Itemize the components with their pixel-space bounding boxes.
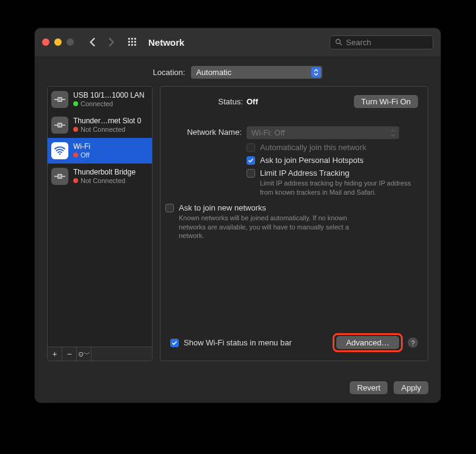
add-interface-button[interactable]: +: [48, 347, 62, 361]
network-name-select[interactable]: Wi-Fi: Off: [247, 126, 399, 139]
status-value: Off: [247, 97, 258, 106]
network-prefs-window: Network Search Location: Automatic USB 1…: [35, 28, 441, 403]
auto-join-checkbox: [247, 143, 255, 152]
window-title: Network: [148, 37, 184, 48]
interfaces-sidebar: USB 10/1…1000 LAN Connected Thunder…rnet…: [47, 86, 153, 361]
advanced-button[interactable]: Advanced…: [336, 336, 399, 349]
svg-rect-3: [128, 41, 130, 43]
ethernet-icon: [51, 117, 68, 134]
svg-rect-8: [134, 44, 136, 46]
titlebar: Network Search: [35, 28, 441, 56]
search-icon: [335, 38, 342, 46]
limit-ip-help: Limit IP address tracking by hiding your…: [260, 179, 418, 197]
auto-join-label: Automatically join this network: [260, 143, 366, 152]
location-value: Automatic: [196, 68, 231, 77]
help-button[interactable]: ?: [408, 337, 418, 348]
back-button[interactable]: [88, 38, 97, 46]
interface-actions-button[interactable]: ⊙﹀: [77, 347, 92, 361]
svg-line-10: [340, 43, 342, 45]
sidebar-item-label: Thunderbolt Bridge: [73, 168, 135, 176]
sidebar-item-usb-lan[interactable]: USB 10/1…1000 LAN Connected: [48, 87, 152, 112]
nav-arrows: [88, 38, 115, 46]
zoom-icon[interactable]: [67, 38, 74, 46]
show-menubar-checkbox[interactable]: [170, 339, 179, 347]
ask-new-label: Ask to join new networks: [179, 203, 266, 212]
status-dot-icon: [73, 101, 78, 106]
svg-rect-0: [128, 38, 130, 40]
advanced-highlight: Advanced…: [333, 333, 403, 352]
personal-hotspot-label: Ask to join Personal Hotspots: [260, 156, 364, 165]
svg-rect-4: [131, 41, 133, 43]
updown-icon: [311, 67, 321, 77]
show-all-icon[interactable]: [128, 37, 137, 47]
search-input[interactable]: Search: [330, 35, 433, 49]
location-select[interactable]: Automatic: [191, 66, 322, 79]
close-icon[interactable]: [42, 38, 49, 46]
forward-button[interactable]: [107, 38, 115, 46]
sidebar-item-thunderbolt-bridge[interactable]: Thunderbolt Bridge Not Connected: [48, 164, 152, 189]
personal-hotspot-checkbox[interactable]: [247, 156, 255, 165]
svg-rect-5: [134, 41, 136, 43]
svg-rect-7: [131, 44, 133, 46]
svg-point-11: [59, 153, 60, 154]
svg-rect-6: [128, 44, 130, 46]
sidebar-item-wifi[interactable]: Wi-Fi Off: [48, 138, 152, 164]
network-name-value: Wi-Fi: Off: [251, 128, 285, 137]
ethernet-icon: [51, 91, 68, 108]
status-dot-icon: [73, 178, 78, 183]
limit-ip-label: Limit IP Address Tracking: [260, 168, 349, 178]
turn-wifi-on-button[interactable]: Turn Wi-Fi On: [354, 95, 418, 108]
search-placeholder: Search: [346, 38, 371, 47]
remove-interface-button[interactable]: −: [62, 347, 77, 361]
show-menubar-label: Show Wi-Fi status in menu bar: [184, 338, 292, 347]
ask-new-help: Known networks will be joined automatica…: [179, 214, 350, 241]
svg-point-9: [336, 40, 341, 44]
footer-buttons: Revert Apply: [350, 381, 428, 394]
apply-button[interactable]: Apply: [394, 381, 428, 394]
main-panel: Status: Off Turn Wi-Fi On Network Name: …: [160, 86, 428, 361]
location-label: Location:: [153, 68, 186, 77]
status-dot-icon: [73, 127, 78, 132]
limit-ip-checkbox[interactable]: [247, 169, 255, 178]
wifi-icon: [51, 142, 68, 159]
sidebar-item-label: Wi-Fi: [73, 142, 90, 151]
ethernet-icon: [51, 168, 68, 185]
svg-rect-1: [131, 38, 133, 40]
revert-button[interactable]: Revert: [350, 381, 388, 394]
sidebar-item-thunder-slot0[interactable]: Thunder…rnet Slot 0 Not Connected: [48, 112, 152, 138]
status-label: Status:: [170, 97, 247, 106]
status-dot-icon: [73, 153, 78, 157]
updown-icon: [391, 129, 398, 137]
window-controls: [42, 38, 74, 46]
minimize-icon[interactable]: [54, 38, 62, 46]
sidebar-item-label: Thunder…rnet Slot 0: [73, 117, 141, 125]
ask-new-checkbox[interactable]: [165, 204, 174, 212]
sidebar-item-label: USB 10/1…1000 LAN: [73, 91, 145, 99]
location-row: Location: Automatic: [35, 56, 441, 86]
svg-rect-2: [134, 38, 136, 40]
sidebar-footer: + − ⊙﹀: [48, 347, 152, 361]
